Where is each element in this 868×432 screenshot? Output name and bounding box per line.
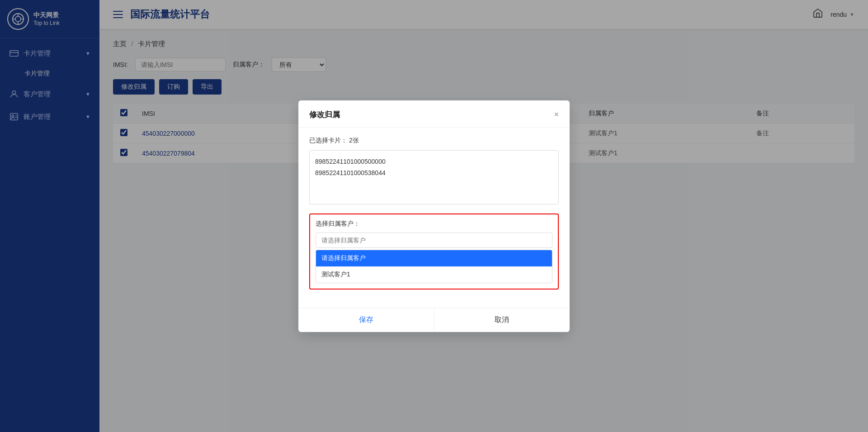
card-number-2: 89852241101000538044 — [315, 167, 553, 179]
customer-search-input[interactable] — [316, 233, 552, 248]
card-list-box: 89852241101000500000 8985224110100053804… — [309, 150, 559, 204]
selected-info: 已选择卡片： 2张 — [309, 137, 559, 145]
modal-title: 修改归属 — [309, 109, 340, 120]
dropdown-option-default[interactable]: 请选择归属客户 — [316, 250, 552, 266]
select-customer-label: 选择归属客户： — [316, 220, 552, 228]
modal-save-button[interactable]: 保存 — [298, 308, 434, 332]
dropdown-option-customer1[interactable]: 测试客户1 — [316, 266, 552, 283]
modal-modify-ownership: 修改归属 × 已选择卡片： 2张 89852241101000500000 89… — [298, 100, 570, 332]
modal-close-button[interactable]: × — [554, 110, 559, 119]
select-customer-section: 选择归属客户： 请选择归属客户 测试客户1 — [309, 214, 559, 290]
modal-overlay: 修改归属 × 已选择卡片： 2张 89852241101000500000 89… — [0, 0, 868, 432]
modal-footer: 保存 取消 — [298, 308, 570, 332]
modal-body: 已选择卡片： 2张 89852241101000500000 898522411… — [298, 128, 570, 308]
card-number-1: 89852241101000500000 — [315, 156, 553, 167]
modal-cancel-button[interactable]: 取消 — [434, 308, 570, 332]
modal-header: 修改归属 × — [298, 100, 570, 128]
customer-dropdown-list: 请选择归属客户 测试客户1 — [316, 250, 552, 283]
